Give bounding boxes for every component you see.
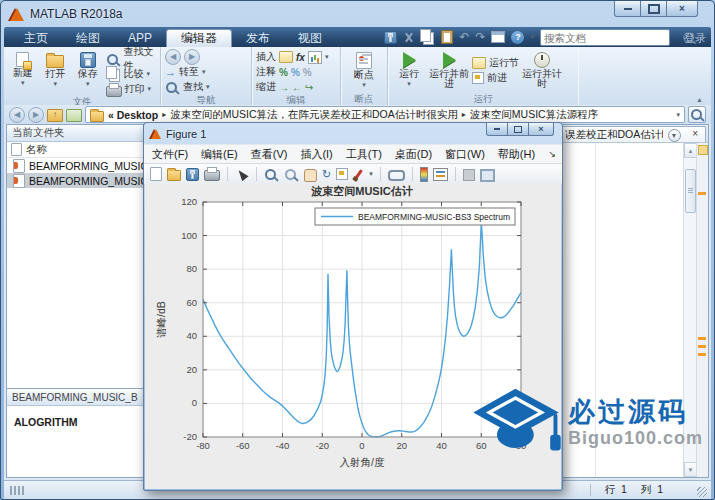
folder-search-button[interactable] (688, 106, 706, 123)
menu-window[interactable]: 窗口(W) (445, 147, 485, 162)
qat-redo-icon[interactable]: ↷ (475, 30, 485, 44)
figure-maximize-button[interactable] (508, 123, 528, 136)
menu-desktop[interactable]: 桌面(D) (395, 147, 432, 162)
qat-paste-icon[interactable] (441, 30, 453, 44)
save-button[interactable]: 保存 ▾ (73, 50, 103, 88)
figure-minimize-button[interactable] (486, 123, 508, 136)
warning-mark-icon[interactable] (698, 353, 706, 356)
message-summary-icon[interactable] (698, 145, 708, 155)
menu-file[interactable]: 文件(F) (152, 147, 188, 162)
hide-plot-tools-icon[interactable] (463, 169, 475, 181)
addr-back-icon[interactable]: ◀ (9, 107, 25, 123)
open-button[interactable]: 打开 ▾ (41, 50, 71, 88)
menu-tools[interactable]: 工具(T) (346, 147, 382, 162)
breadcrumb[interactable]: « Desktop ▸ 波束空间的MUSIC算法，在阵元误差校正和DOA估计时很… (85, 106, 685, 123)
find-button[interactable]: 查找 ▾ (165, 80, 210, 94)
warning-mark-icon[interactable] (698, 345, 706, 348)
smart-indent-icon: → (279, 82, 289, 93)
tab-publish[interactable]: 发布 (232, 30, 284, 47)
indent-button[interactable]: 缩进 → ← ↪ (256, 80, 313, 94)
main-title-bar[interactable]: MATLAB R2018a (1, 1, 714, 27)
collapse-ribbon-icon[interactable]: ▲ (696, 96, 703, 103)
fig-save-icon[interactable] (186, 168, 199, 181)
up-one-level-icon[interactable]: ↑ (47, 109, 63, 122)
breadcrumb-root[interactable]: « Desktop (108, 109, 158, 121)
login-link[interactable]: 登录 (684, 31, 706, 46)
breadcrumb-dropdown-icon[interactable]: ▾ (676, 111, 680, 119)
fig-open-icon[interactable] (167, 170, 181, 181)
resize-grip-icon[interactable] (697, 487, 707, 497)
comment-button[interactable]: 注释 % % % (256, 65, 312, 79)
qat-undo-icon[interactable]: ↶ (459, 30, 469, 44)
fig-print-icon[interactable] (204, 170, 220, 181)
figure-close-button[interactable]: × (528, 123, 554, 136)
qat-dropdown-icon[interactable]: ▾ (530, 33, 534, 41)
zoom-out-icon[interactable] (285, 169, 296, 180)
insert-button[interactable]: 插入 fx ▾ (256, 50, 328, 64)
browse-folder-icon[interactable] (66, 109, 82, 122)
colorbar-icon[interactable] (420, 167, 428, 182)
tab-view[interactable]: 视图 (284, 30, 336, 47)
breakpoints-button[interactable]: 断点 ▾ (347, 50, 381, 89)
qat-help-icon[interactable]: ? (511, 31, 524, 44)
menu-view[interactable]: 查看(V) (251, 147, 288, 162)
minimize-icon (624, 8, 632, 10)
legend-toggle-icon[interactable] (433, 168, 448, 181)
qat-cut-icon[interactable] (403, 32, 414, 43)
data-cursor-icon[interactable] (336, 168, 348, 180)
forward-icon[interactable]: ▶ (184, 49, 200, 65)
new-script-button[interactable]: 新建 ▾ (8, 50, 38, 87)
figure-window-controls: × (486, 123, 554, 136)
statusbar-grip-icon[interactable] (10, 486, 24, 495)
y-tick-label: 60 (186, 297, 197, 308)
warning-mark-icon[interactable] (698, 192, 706, 195)
zoom-in-icon[interactable] (265, 169, 276, 180)
advance-button[interactable]: 前进 (472, 71, 519, 85)
addr-forward-icon[interactable]: ▶ (28, 107, 44, 123)
maximize-button[interactable] (641, 1, 666, 17)
minimize-button[interactable] (614, 1, 641, 17)
tab-home[interactable]: 主页 (10, 30, 62, 47)
menu-edit[interactable]: 编辑(E) (201, 147, 238, 162)
tab-close-icon[interactable]: × (692, 128, 698, 139)
back-icon[interactable]: ◀ (165, 49, 181, 65)
name-column-header[interactable]: 名称 (7, 142, 143, 158)
qat-copy-icon[interactable] (420, 29, 431, 42)
tab-actions-icon[interactable] (668, 129, 681, 142)
goto-button[interactable]: → 转至 ▾ (165, 65, 206, 79)
breadcrumb-seg2[interactable]: 波束空间MUSIC算法源程序 (470, 108, 598, 122)
run-button[interactable]: 运行 ▾ (392, 50, 426, 88)
scrollbar-thumb[interactable] (685, 169, 696, 213)
run-time-button[interactable]: 运行并计时 (522, 50, 562, 89)
doc-search-input[interactable] (541, 32, 682, 44)
menu-insert[interactable]: 插入(I) (300, 147, 332, 162)
file-row-2-selected[interactable]: BEAMFORMING_MUSIC_B (7, 173, 143, 188)
link-plot-icon[interactable] (388, 170, 405, 181)
menu-help[interactable]: 帮助(H) (498, 147, 535, 162)
details-header[interactable]: BEAMFORMING_MUSIC_BS... (7, 389, 143, 406)
dock-figure-icon[interactable]: ↘ (548, 149, 556, 159)
current-folder-header[interactable]: 当前文件夹 (7, 125, 143, 142)
run-section-button[interactable]: 运行节 (472, 56, 519, 70)
file-row-1[interactable]: BEAMFORMING_MUSIC_B (7, 158, 143, 173)
qat-layout-icon[interactable] (491, 31, 505, 43)
warning-mark-icon[interactable] (698, 337, 706, 340)
brush-dropdown-icon[interactable]: ▾ (369, 170, 373, 178)
compare-button[interactable]: 比较 ▾ (106, 67, 156, 81)
rotate3d-icon[interactable]: ↻ (322, 168, 331, 181)
tab-plots[interactable]: 绘图 (62, 30, 114, 47)
fig-pointer-icon[interactable] (235, 167, 248, 181)
qat-save-icon[interactable] (384, 31, 397, 44)
close-button[interactable]: × (666, 1, 698, 17)
breadcrumb-seg1[interactable]: 波束空间的MUSIC算法，在阵元误差校正和DOA估计时很实用 (170, 108, 458, 122)
show-plot-tools-icon[interactable] (480, 169, 495, 182)
find-files-button[interactable]: 查找文件 (106, 52, 156, 66)
wrap-comment-icon: % (303, 67, 312, 78)
pan-icon[interactable] (304, 169, 317, 182)
run-advance-button[interactable]: 运行并前进 (429, 50, 469, 89)
fig-new-icon[interactable] (150, 167, 162, 181)
print-button[interactable]: 打印 ▾ (106, 82, 156, 96)
brush-icon[interactable] (354, 169, 363, 180)
insert-dropdown-icon: ▾ (325, 53, 329, 61)
tab-editor[interactable]: 编辑器 (166, 29, 232, 47)
